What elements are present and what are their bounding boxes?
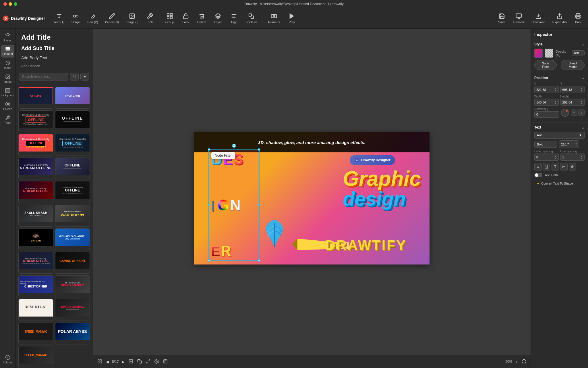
toolbar-preview[interactable]: Preview <box>510 12 527 25</box>
rotation-input[interactable]: 0 <box>534 111 559 118</box>
font-size-input[interactable]: 210.7 ▲ ▼ <box>559 140 579 148</box>
template-stream1[interactable]: Username & Currently STREAM OFFLINE <box>18 158 53 179</box>
template-gaming[interactable]: GAMING AT NIGHT <box>55 252 90 274</box>
prev-page-icon[interactable]: ◀ <box>105 359 110 365</box>
toolbar-save[interactable]: Save <box>494 12 509 25</box>
toolbar-text[interactable]: Text (T) <box>51 12 67 25</box>
template-desertcat[interactable]: DESERTCAT ───────── <box>18 299 53 321</box>
handle-bottom-left[interactable] <box>208 259 210 262</box>
zoom-in-icon[interactable]: + <box>514 359 519 365</box>
toolbar-image[interactable]: Image (I) <box>123 12 141 25</box>
sidebar-item-tools[interactable]: Tools <box>1 114 14 126</box>
fit-screen-icon[interactable] <box>521 358 527 365</box>
toolbar-export[interactable]: Export Ani <box>550 12 570 25</box>
template-thomas[interactable]: THOMAS BURK WARRIOR.99 <box>55 205 90 227</box>
toolbar-download[interactable]: Download <box>529 12 548 25</box>
handle-top-left[interactable] <box>208 148 210 151</box>
handle-bottom-right[interactable] <box>258 259 260 262</box>
template-offline4[interactable]: Username & Currently OFFLINE ★ Stream Hi… <box>18 134 53 156</box>
flip-h-icon[interactable]: ↔ <box>571 110 577 116</box>
designer-text-element[interactable]: D E S | G N E R <box>208 149 260 261</box>
blend-mode-button[interactable]: Blend Mode <box>561 60 585 70</box>
toolbar-tools[interactable]: Tools <box>142 12 157 25</box>
flip-v-icon[interactable]: ↕ <box>578 110 585 116</box>
handle-top-right[interactable] <box>258 148 260 151</box>
align-left-btn[interactable]: ≡ <box>534 163 542 170</box>
grid-view-icon[interactable] <box>96 358 103 365</box>
template-stream2[interactable]: Username & Currently STREAM OFFLINE <box>18 181 53 203</box>
toolbar-group[interactable]: Group <box>162 12 177 25</box>
template-polar[interactable]: POLAR ABYSS <box>55 323 90 344</box>
minimize-button[interactable] <box>9 2 12 6</box>
duplicate-page-icon[interactable] <box>136 358 143 365</box>
sidebar-item-element[interactable]: Element <box>1 45 14 57</box>
template-offline3[interactable]: OFFLINE ═══════════ <box>55 110 90 132</box>
toolbar-align[interactable]: Align <box>227 12 241 25</box>
toolbar-animator[interactable]: Animator <box>265 12 283 25</box>
toolbar-delete[interactable]: Delete <box>194 12 209 25</box>
settings-icon[interactable] <box>154 358 160 365</box>
template-christopher[interactable]: The official channel of four Jersey CHRI… <box>18 275 53 297</box>
add-body-option[interactable]: Add Body Text <box>19 54 89 61</box>
add-page-icon[interactable] <box>128 358 134 365</box>
template-offline1[interactable]: OFFLINE <box>18 87 53 109</box>
template-search-input[interactable] <box>19 73 68 80</box>
resize-icon[interactable] <box>145 358 151 365</box>
text-section-header[interactable]: Text ▲ <box>534 125 585 129</box>
toolbar-boolean[interactable]: Boolean <box>243 12 260 25</box>
template-offline6[interactable]: OFFLINE ═══════════ <box>55 158 90 179</box>
add-title-option[interactable]: Add Title <box>19 32 89 43</box>
toolbar-shape[interactable]: Shape <box>68 12 83 25</box>
rotation-dial[interactable] <box>561 109 569 117</box>
filter-button[interactable]: ▼ <box>80 73 89 80</box>
handle-middle-right[interactable] <box>258 204 260 206</box>
toolbar-print[interactable]: Print <box>571 12 586 25</box>
line-spacing-input[interactable]: 1 ▲ ▼ <box>560 154 585 161</box>
sidebar-item-image[interactable]: Image <box>1 72 14 85</box>
letter-spacing-input[interactable]: 0 ▲ ▼ <box>534 154 559 161</box>
bullet-list-btn[interactable]: ≔ <box>560 163 568 170</box>
x-input[interactable]: 221.88 ▲ ▼ <box>534 86 559 93</box>
width-input[interactable]: 140.54 ▲ ▼ <box>534 99 559 106</box>
add-subtitle-option[interactable]: Add Sub Title <box>19 44 89 53</box>
sidebar-item-icons[interactable]: Icons <box>1 59 14 71</box>
toolbar-lock[interactable]: Lock <box>178 12 193 25</box>
canvas-area[interactable]: 3D, shadow, glow, and more amazing desig… <box>93 29 531 368</box>
number-list-btn[interactable]: 🗑 <box>569 163 576 170</box>
search-button[interactable] <box>70 73 79 80</box>
zoom-out-icon[interactable]: − <box>499 359 503 365</box>
template-fruitcake[interactable]: FRUITCAKE <box>55 87 90 109</box>
toolbar-pen[interactable]: Pen (P) <box>84 12 101 25</box>
sidebar-item-tutorial[interactable]: Tutorial <box>1 353 14 366</box>
template-batman[interactable]: 🦇 BATMAN <box>18 228 53 250</box>
font-family-select[interactable]: Arial ▼ <box>534 132 585 139</box>
template-offline5[interactable]: Username & Currently OFFLINE ★ content d… <box>55 134 90 156</box>
template-michaels[interactable]: MICHAEL'S CHANNEL Stay Connected <box>55 228 90 250</box>
strikethrough-btn[interactable]: T <box>552 163 559 170</box>
close-button[interactable] <box>3 2 7 6</box>
underline-btn[interactable]: U <box>543 163 550 170</box>
position-section-header[interactable]: Position ▲ <box>534 76 585 80</box>
rotate-handle[interactable]: ↻ <box>232 144 236 148</box>
template-speed3[interactable]: SPEED_MANIAC <box>18 323 53 344</box>
template-speed2[interactable]: SPEED_MANIAC ───────── <box>55 299 90 321</box>
handle-middle-left[interactable] <box>208 204 210 206</box>
next-page-icon[interactable]: ▶ <box>121 359 125 365</box>
style-section-header[interactable]: Style ▲ <box>534 42 585 46</box>
text-path-toggle[interactable] <box>534 173 542 177</box>
template-speed4[interactable]: SPEED_MANIAC <box>18 346 53 368</box>
template-offline7[interactable]: Username & Currently OFFLINE This is add… <box>55 181 90 203</box>
convert-text-to-shape-btn[interactable]: ✦ Convert Text To Shape <box>534 180 585 187</box>
template-skull[interactable]: SKULL SMASH will set back <box>18 205 53 227</box>
opacity-input[interactable]: 100 <box>572 50 585 56</box>
pattern-swatch[interactable] <box>545 49 553 58</box>
add-caption-option[interactable]: Add Caption <box>19 63 89 69</box>
toolbar-play[interactable]: Play <box>284 12 299 25</box>
template-stream3[interactable]: Username & Currently STREAM OFFLINE The … <box>18 252 53 274</box>
toolbar-layer[interactable]: Layer <box>210 12 225 25</box>
height-input[interactable]: 252.84 ▲ ▼ <box>560 99 585 106</box>
y-input[interactable]: 695.12 ▲ ▼ <box>560 86 585 93</box>
node-filter-button[interactable]: Node Filter <box>534 60 557 70</box>
font-weight-select[interactable]: Bold <box>534 141 557 148</box>
canvas[interactable]: 3D, shadow, glow, and more amazing desig… <box>194 132 430 264</box>
